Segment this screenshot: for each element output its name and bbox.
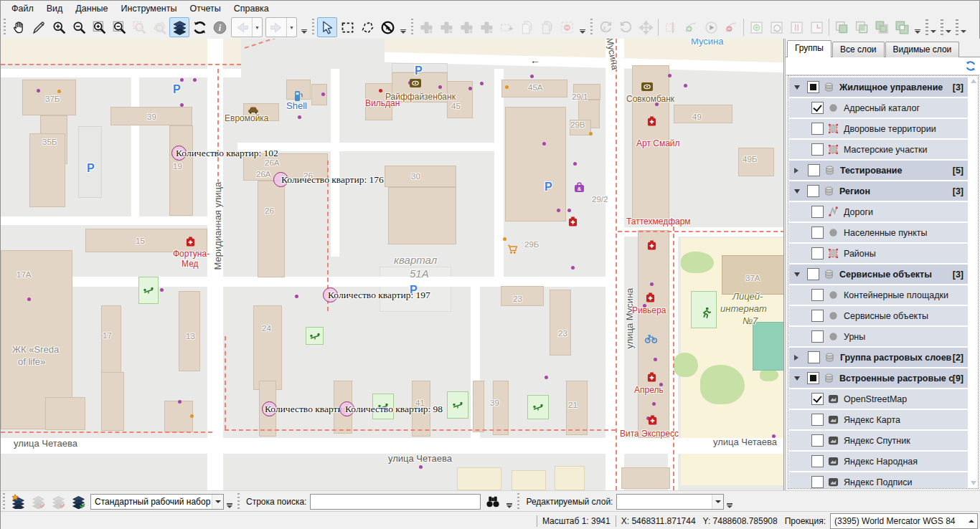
layer-checkbox[interactable] [811,206,824,218]
remove-arc-button[interactable] [721,17,741,37]
edit-layer-combobox[interactable] [616,494,724,510]
zoom-to-polygon-button[interactable] [149,17,169,37]
expander-open-icon[interactable] [794,189,800,194]
layer-row-19[interactable]: Яндекс Народная [789,452,968,471]
layer-row-4[interactable]: Мастерские участки [789,140,968,159]
layer-checkbox[interactable] [811,455,824,467]
search-binoculars-button[interactable] [482,493,504,510]
layer-checkbox[interactable] [811,476,824,488]
layer-row-20[interactable]: Яндекс Подписи [789,472,968,489]
layer-checkbox[interactable] [811,123,824,135]
layer-checkbox[interactable] [811,227,824,239]
layer-row-12[interactable]: Сервисные объекты [789,306,968,325]
toolbar-overflow[interactable] [913,17,922,37]
menu-3[interactable]: Данные [69,2,114,15]
copy-object-button[interactable] [517,17,537,37]
add-rectangle-button[interactable] [496,17,517,37]
select-polygon-button[interactable] [357,17,377,37]
select-rectangle-button[interactable] [337,17,357,37]
pan-tool-button[interactable] [9,17,29,37]
scroll-down-icon[interactable] [971,481,976,485]
refresh-map-button[interactable] [189,17,209,37]
paste-object-button[interactable] [537,17,557,37]
frame-add-button[interactable] [746,17,766,37]
search-overflow[interactable] [505,492,514,512]
expander-closed-icon[interactable] [794,168,798,173]
layer-row-5[interactable]: Тестирование[5] [789,161,968,180]
tab-3[interactable]: Видимые слои [885,42,960,57]
workset-remove-button[interactable] [28,492,48,512]
frame-corner-button[interactable] [806,17,826,37]
expander-open-icon[interactable] [794,272,800,277]
layer-checkbox[interactable] [807,185,819,197]
layer-checkbox[interactable] [808,164,820,176]
workset-combo-arrow-icon[interactable] [212,495,223,509]
refresh-layers-icon[interactable] [965,60,976,72]
layer-row-3[interactable]: Дворовые территории [789,119,968,138]
add-object-xy-button[interactable] [476,17,496,37]
reverse-direction-button[interactable] [701,17,721,37]
layer-row-11[interactable]: Контейнерные площадки [789,285,968,305]
layer-row-7[interactable]: Дороги [789,202,968,221]
layer-row-1[interactable]: Жилищное управление[3] [789,77,968,97]
scroll-up-icon[interactable] [971,79,976,83]
clear-selection-button[interactable] [377,17,397,37]
menu-2[interactable]: Вид [40,2,70,15]
menu-1[interactable]: Файл [5,2,40,15]
zoom-in-button[interactable] [49,17,69,37]
add-object-button[interactable] [416,17,436,37]
object-info-button[interactable]: i [209,17,230,37]
rotate-by-angle-button[interactable]: x [595,17,616,37]
layer-row-14[interactable]: Группа растровых слоев[2] [789,348,968,367]
collapsed-toolbar-1[interactable] [925,17,936,37]
nav-forward-button[interactable] [266,17,286,37]
expander-open-icon[interactable] [794,376,800,381]
workset-overflow[interactable] [225,492,234,512]
projection-combobox[interactable]: (3395) World Mercator WGS 84 [830,513,978,529]
geometry-union-button[interactable] [831,17,852,37]
zoom-out-button[interactable] [69,17,89,37]
layer-checkbox[interactable] [808,351,820,363]
geometry-intersection-button[interactable] [852,17,872,37]
collapsed-toolbar-3[interactable] [956,17,966,37]
add-object-node-button[interactable] [436,17,456,37]
nav-forward-dropdown-arrow[interactable]: ▼ [286,18,296,37]
layer-checkbox[interactable] [811,414,824,426]
layer-checkbox[interactable] [807,268,819,280]
nav-back-button[interactable] [232,17,252,37]
geometry-symmetric-button[interactable] [892,17,912,37]
layer-row-8[interactable]: Населенные пункты [789,223,968,242]
layer-checkbox[interactable] [811,434,824,447]
menu-4[interactable]: Инструменты [115,2,184,15]
workset-check-button[interactable] [48,492,68,512]
menu-6[interactable]: Справка [227,2,275,15]
layer-checkbox[interactable] [811,143,824,156]
workset-new-button[interactable] [8,492,28,512]
layers-visibility-button[interactable] [169,17,189,37]
delete-object-button[interactable] [557,17,577,37]
expander-open-icon[interactable] [794,85,800,90]
layer-row-9[interactable]: Районы [789,244,968,263]
workset-save-button[interactable] [68,492,88,512]
layer-checkbox[interactable] [811,310,824,322]
toolbar-overflow[interactable] [300,17,308,37]
layer-row-6[interactable]: Регион[3] [789,181,968,201]
measure-tool-button[interactable] [29,17,49,37]
collapsed-toolbar-2[interactable] [941,17,951,37]
zoom-to-selection-button[interactable] [129,17,149,37]
edit-layer-combo-arrow-icon[interactable] [712,495,723,509]
select-cursor-button[interactable] [317,17,337,37]
layer-checkbox[interactable] [811,330,824,343]
layer-checkbox[interactable] [807,372,819,384]
add-object-curve-button[interactable] [456,17,476,37]
clip-geometry-button[interactable] [661,17,681,37]
layer-checkbox[interactable] [811,102,824,114]
edit-layer-overflow[interactable] [725,492,734,512]
add-arc-button[interactable] [681,17,701,37]
frame-rotate-button[interactable] [766,17,786,37]
layer-row-2[interactable]: Адресный каталог [789,98,968,118]
search-input[interactable] [310,494,481,510]
layer-checkbox[interactable] [811,393,824,405]
tree-scrollbar[interactable] [970,77,978,487]
layer-row-17[interactable]: Яндекс Карта [789,410,968,429]
